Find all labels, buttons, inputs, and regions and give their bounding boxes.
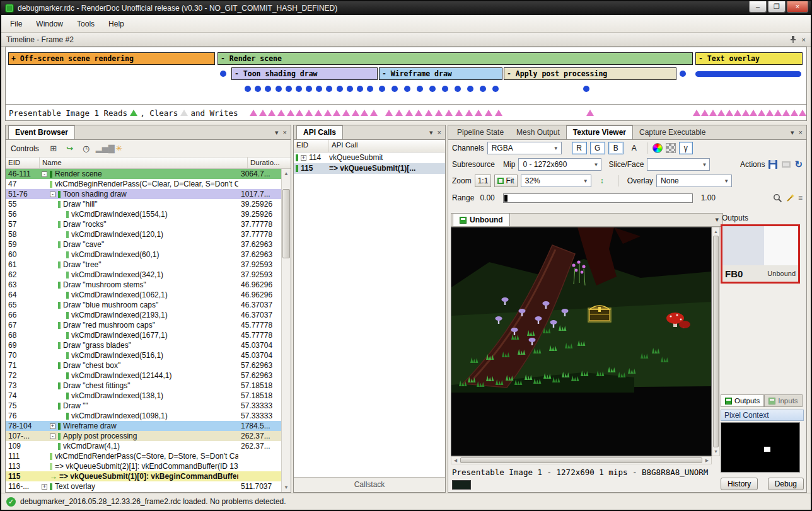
zoom-range-icon[interactable] [773, 193, 782, 203]
event-row[interactable]: 107-...-Apply post processing262.37... [6, 431, 281, 441]
callstack-section[interactable]: Callstack [294, 477, 445, 492]
scroll-up-icon[interactable]: ▲ [282, 169, 291, 178]
timeline-marker-block[interactable]: - Toon shading draw [231, 67, 378, 80]
drawcall-dot[interactable] [392, 86, 398, 92]
column-duration[interactable]: Duratio... [248, 158, 291, 168]
scroll-down-icon[interactable]: ▼ [282, 483, 291, 492]
write-marker-icon[interactable] [465, 110, 473, 116]
scrollbar-thumb[interactable] [282, 189, 290, 258]
time-durations-icon[interactable]: ◷ [79, 142, 93, 155]
event-row[interactable]: 60vkCmdDrawIndexed(60,1)37.62963 [6, 250, 281, 260]
tab-outputs[interactable]: Outputs [721, 394, 764, 407]
event-row[interactable]: 75Draw ""57.33333 [6, 401, 281, 411]
write-marker-icon[interactable] [385, 110, 393, 116]
slice-face-select[interactable]: ▼ [647, 158, 710, 171]
timeline-marker-block[interactable]: - Render scene [218, 52, 693, 65]
event-row[interactable]: 69Draw "grass blades"45.03704 [6, 340, 281, 350]
range-slider[interactable] [503, 193, 693, 203]
drawcall-dot[interactable] [316, 86, 322, 92]
expand-icon[interactable]: + [50, 423, 55, 429]
write-marker-icon[interactable] [701, 110, 709, 116]
drawcall-dot[interactable] [220, 71, 226, 77]
drawcall-dot[interactable] [255, 86, 261, 92]
tab-texture-viewer[interactable]: Texture Viewer [566, 125, 633, 139]
tab-inputs[interactable]: Inputs [764, 394, 802, 407]
write-marker-icon[interactable] [370, 110, 378, 116]
write-marker-icon[interactable] [324, 110, 332, 116]
event-row[interactable]: 61Draw "tree"37.92593 [6, 260, 281, 270]
scrollbar-thumb[interactable] [713, 236, 719, 447]
drawcall-dot[interactable] [276, 86, 282, 92]
event-row[interactable]: 56vkCmdDrawIndexed(1554,1)39.25926 [6, 209, 281, 219]
write-marker-icon[interactable] [352, 110, 359, 116]
event-row[interactable]: 111vkCmdEndRenderPass(C=Store, D=Store, … [6, 451, 281, 461]
event-row[interactable]: 70vkCmdDrawIndexed(516,1)45.03704 [6, 350, 281, 360]
event-row[interactable]: 64vkCmdDrawIndexed(1062,1)46.96296 [6, 290, 281, 300]
write-marker-icon[interactable] [799, 110, 806, 116]
maximize-button[interactable]: ❐ [768, 1, 786, 13]
timeline-panel[interactable]: + Off-screen scene rendering- Render sce… [5, 47, 807, 121]
custom-shader-icon[interactable] [652, 143, 663, 153]
pin-icon[interactable] [789, 35, 797, 43]
timeline-select-icon[interactable]: ⊞ [47, 142, 61, 155]
event-row[interactable]: 116-...+Text overlay511.7037 [6, 481, 281, 491]
event-row[interactable]: 51-76-Toon shading draw1017.7... [6, 189, 281, 199]
write-marker-icon[interactable] [405, 110, 413, 116]
statistics-icon[interactable]: ▂▅▇ [96, 142, 110, 155]
drawcall-dot[interactable] [265, 86, 271, 92]
event-row[interactable]: 66vkCmdDrawIndexed(2193,1)46.37037 [6, 310, 281, 320]
scroll-right-icon[interactable]: ▶ [703, 457, 711, 464]
collapse-icon[interactable]: - [50, 433, 55, 439]
event-row[interactable]: 58vkCmdDrawIndexed(120,1)37.77778 [6, 229, 281, 239]
write-marker-icon[interactable] [395, 110, 403, 116]
timeline-close-icon[interactable]: × [802, 35, 806, 44]
channels-select[interactable]: RGBA▼ [487, 142, 562, 154]
event-row[interactable]: 65Draw "blue mushroom caps"46.37037 [6, 300, 281, 310]
drawcall-dot[interactable] [306, 86, 312, 92]
scrollbar-thumb[interactable] [460, 457, 702, 463]
expand-icon[interactable]: + [301, 155, 306, 161]
flip-y-button[interactable]: ↕ [594, 175, 610, 187]
write-marker-icon[interactable] [425, 110, 432, 116]
event-row[interactable]: 68vkCmdDrawIndexed(1677,1)45.77778 [6, 330, 281, 340]
close-button[interactable]: × [787, 1, 808, 13]
timeline-marker-block[interactable]: - Apply post processing [504, 67, 676, 80]
drawcall-dot[interactable] [367, 86, 373, 92]
event-row[interactable]: 78-104+Wireframe draw1784.5... [6, 421, 281, 431]
tab-pipeline-state[interactable]: Pipeline State [451, 126, 510, 139]
column-eid[interactable]: EID [6, 158, 40, 168]
write-marker-icon[interactable] [445, 110, 453, 116]
panel-menu-icon[interactable]: ▾ [791, 128, 794, 137]
panel-menu-icon[interactable]: ▾ [429, 128, 433, 137]
write-marker-icon[interactable] [250, 110, 257, 116]
column-api-call[interactable]: API Call [329, 140, 445, 152]
event-row[interactable]: 47vkCmdBeginRenderPass(C=Clear, D=Clear,… [6, 179, 281, 189]
scroll-up-icon[interactable]: ▲ [712, 227, 719, 236]
panel-menu-icon[interactable]: ▾ [275, 128, 279, 137]
timeline-marker-block[interactable]: - Text overlay [695, 52, 803, 65]
event-row[interactable]: 76vkCmdDrawIndexed(1098,1)57.33333 [6, 411, 281, 421]
write-marker-icon[interactable] [475, 110, 482, 116]
fb0-thumbnail[interactable]: FB0 Unbound [721, 224, 800, 284]
blue-channel-toggle[interactable]: B [608, 142, 624, 154]
event-row[interactable]: 74vkCmdDrawIndexed(138,1)57.18518 [6, 391, 281, 401]
write-marker-icon[interactable] [333, 110, 340, 116]
write-marker-icon[interactable] [305, 110, 313, 116]
menu-help[interactable]: Help [102, 17, 130, 31]
write-marker-icon[interactable] [495, 110, 502, 116]
timeline-marker-block[interactable]: - Wireframe draw [379, 67, 502, 80]
green-channel-toggle[interactable]: G [590, 142, 605, 154]
zoom-fit-button[interactable]: Fit [494, 175, 517, 187]
texture-vertical-scrollbar[interactable]: ▲ ▼ [712, 227, 720, 456]
drawcall-dot[interactable] [480, 86, 486, 92]
write-marker-icon[interactable] [750, 110, 757, 116]
event-row[interactable]: 109vkCmdDraw(4,1)262.37... [6, 441, 281, 451]
write-marker-icon[interactable] [766, 110, 774, 116]
toolbar-overflow-icon[interactable]: ≡ [798, 193, 803, 202]
write-marker-icon[interactable] [287, 110, 294, 116]
panel-close-icon[interactable]: × [438, 128, 441, 137]
write-marker-icon[interactable] [259, 110, 267, 116]
event-row[interactable]: 57Draw "rocks"37.77778 [6, 219, 281, 229]
texture-tab-menu-icon[interactable]: ▾ [715, 215, 719, 224]
write-marker-icon[interactable] [774, 110, 782, 116]
